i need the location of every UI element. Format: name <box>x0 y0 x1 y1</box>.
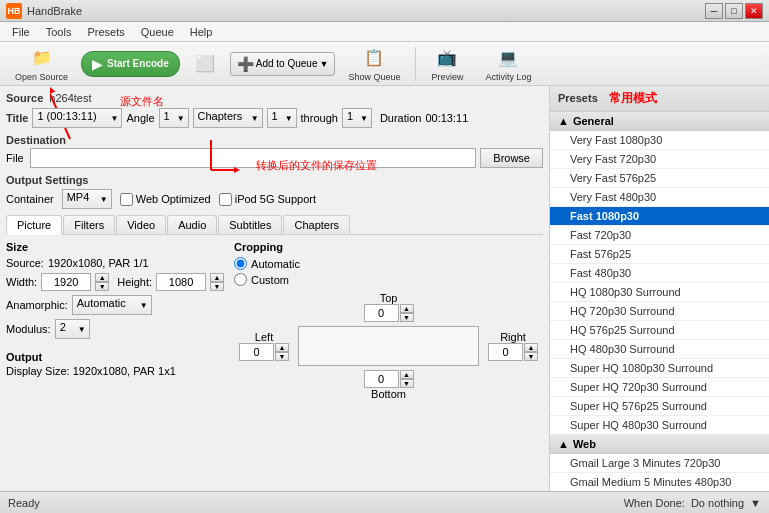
menu-file[interactable]: File <box>4 24 38 40</box>
preset-very-fast-1080p30[interactable]: Very Fast 1080p30 <box>550 131 769 150</box>
open-source-button[interactable]: 📁 Open Source <box>6 42 77 86</box>
chapters-end-select[interactable]: 1 <box>342 108 372 128</box>
bottom-spinner: ▲ ▼ <box>400 370 414 388</box>
height-down[interactable]: ▼ <box>210 282 224 291</box>
modulus-select[interactable]: 2 <box>55 319 90 339</box>
preset-superhq-576p25[interactable]: Super HQ 576p25 Surround <box>550 397 769 416</box>
show-queue-button[interactable]: 📋 Show Queue <box>339 42 409 86</box>
add-to-queue-button[interactable]: ➕ Add to Queue ▼ <box>230 52 336 76</box>
tab-video[interactable]: Video <box>116 215 166 234</box>
crop-bottom-group: ▲ ▼ Bottom <box>298 370 479 400</box>
right-input-group: ▲ ▼ <box>488 343 538 361</box>
custom-radio[interactable] <box>234 273 247 286</box>
preset-superhq-1080p30[interactable]: Super HQ 1080p30 Surround <box>550 359 769 378</box>
file-input[interactable] <box>30 148 476 168</box>
chapters-select[interactable]: Chapters <box>193 108 263 128</box>
minimize-button[interactable]: ─ <box>705 3 723 19</box>
left-down[interactable]: ▼ <box>275 352 289 361</box>
tab-chapters[interactable]: Chapters <box>283 215 350 234</box>
when-done-dropdown[interactable]: ▼ <box>750 497 761 509</box>
display-size-value: Display Size: 1920x1080, PAR 1x1 <box>6 365 176 377</box>
output-display-label: Output <box>6 351 224 363</box>
presets-cn-header: 常用模式 <box>609 91 657 105</box>
web-group-label: Web <box>573 438 596 450</box>
add-queue-dropdown-icon[interactable]: ▼ <box>319 59 328 69</box>
preset-very-fast-576p25[interactable]: Very Fast 576p25 <box>550 169 769 188</box>
web-optimized-label: Web Optimized <box>136 193 211 205</box>
title-select[interactable]: 1 (00:13:11) <box>32 108 122 128</box>
stop-encode-button[interactable]: ⬜ <box>184 48 226 80</box>
preset-hq-720p30[interactable]: HQ 720p30 Surround <box>550 302 769 321</box>
menu-presets[interactable]: Presets <box>79 24 132 40</box>
top-input[interactable] <box>364 304 399 322</box>
bottom-up[interactable]: ▲ <box>400 370 414 379</box>
anamorphic-select[interactable]: Automatic <box>72 295 152 315</box>
preset-hq-1080p30[interactable]: HQ 1080p30 Surround <box>550 283 769 302</box>
bottom-input[interactable] <box>364 370 399 388</box>
close-button[interactable]: ✕ <box>745 3 763 19</box>
activity-log-button[interactable]: 💻 Activity Log <box>476 42 540 86</box>
automatic-radio[interactable] <box>234 257 247 270</box>
web-optimized-checkbox[interactable] <box>120 193 133 206</box>
height-input[interactable] <box>156 273 206 291</box>
preset-fast-720p30[interactable]: Fast 720p30 <box>550 226 769 245</box>
left-up[interactable]: ▲ <box>275 343 289 352</box>
start-encode-button[interactable]: ▶ Start Encode <box>81 51 180 77</box>
web-optimized-checkbox-label[interactable]: Web Optimized <box>120 193 211 206</box>
right-up[interactable]: ▲ <box>524 343 538 352</box>
collapse-icon: ▲ <box>558 115 569 127</box>
size-section: Size Source: 1920x1080, PAR 1/1 Width: ▲… <box>6 241 224 400</box>
width-down[interactable]: ▼ <box>95 282 109 291</box>
height-up[interactable]: ▲ <box>210 273 224 282</box>
top-spinner: ▲ ▼ <box>400 304 414 322</box>
source-info-value: 1920x1080, PAR 1/1 <box>48 257 149 269</box>
preset-superhq-720p30[interactable]: Super HQ 720p30 Surround <box>550 378 769 397</box>
chapters-start-select[interactable]: 1 <box>267 108 297 128</box>
browse-button[interactable]: Browse <box>480 148 543 168</box>
top-up[interactable]: ▲ <box>400 304 414 313</box>
preset-group-web-header[interactable]: ▲ Web <box>550 435 769 454</box>
top-down[interactable]: ▼ <box>400 313 414 322</box>
preset-very-fast-720p30[interactable]: Very Fast 720p30 <box>550 150 769 169</box>
right-label: Right <box>500 331 526 343</box>
add-to-queue-label: Add to Queue <box>256 58 318 69</box>
preset-group-general-header[interactable]: ▲ General <box>550 112 769 131</box>
preview-button[interactable]: 📺 Preview <box>422 42 472 86</box>
ipod-support-checkbox[interactable] <box>219 193 232 206</box>
tab-filters[interactable]: Filters <box>63 215 115 234</box>
right-input[interactable] <box>488 343 523 361</box>
preset-fast-480p30[interactable]: Fast 480p30 <box>550 264 769 283</box>
height-spinner: ▲ ▼ <box>210 273 224 291</box>
crop-title: Cropping <box>234 241 543 253</box>
ipod-support-checkbox-label[interactable]: iPod 5G Support <box>219 193 316 206</box>
preset-hq-576p25[interactable]: HQ 576p25 Surround <box>550 321 769 340</box>
tab-subtitles[interactable]: Subtitles <box>218 215 282 234</box>
preset-very-fast-480p30[interactable]: Very Fast 480p30 <box>550 188 769 207</box>
preset-gmail-large[interactable]: Gmail Large 3 Minutes 720p30 <box>550 454 769 473</box>
preset-hq-480p30[interactable]: HQ 480p30 Surround <box>550 340 769 359</box>
width-input[interactable] <box>41 273 91 291</box>
angle-select[interactable]: 1 <box>159 108 189 128</box>
tab-audio[interactable]: Audio <box>167 215 217 234</box>
menu-tools[interactable]: Tools <box>38 24 80 40</box>
source-info-label: Source: <box>6 257 44 269</box>
preset-gmail-medium[interactable]: Gmail Medium 5 Minutes 480p30 <box>550 473 769 491</box>
menu-help[interactable]: Help <box>182 24 221 40</box>
width-up[interactable]: ▲ <box>95 273 109 282</box>
bottom-down[interactable]: ▼ <box>400 379 414 388</box>
container-select[interactable]: MP4 <box>62 189 112 209</box>
tab-picture[interactable]: Picture <box>6 215 62 235</box>
preset-fast-576p25[interactable]: Fast 576p25 <box>550 245 769 264</box>
preset-fast-1080p30[interactable]: Fast 1080p30 <box>550 207 769 226</box>
settings-row: Container MP4 Web Optimized iPod 5G Supp… <box>6 189 543 209</box>
preset-superhq-480p30[interactable]: Super HQ 480p30 Surround <box>550 416 769 435</box>
right-down[interactable]: ▼ <box>524 352 538 361</box>
maximize-button[interactable]: □ <box>725 3 743 19</box>
source-value: h264test <box>49 92 91 104</box>
left-input[interactable] <box>239 343 274 361</box>
destination-label: Destination <box>6 134 66 146</box>
queue-icon: 📋 <box>362 46 386 70</box>
menu-queue[interactable]: Queue <box>133 24 182 40</box>
left-panel: Source h264test 源文件名 Title 1 (00:13:11) … <box>0 86 549 491</box>
crop-center <box>298 326 479 366</box>
